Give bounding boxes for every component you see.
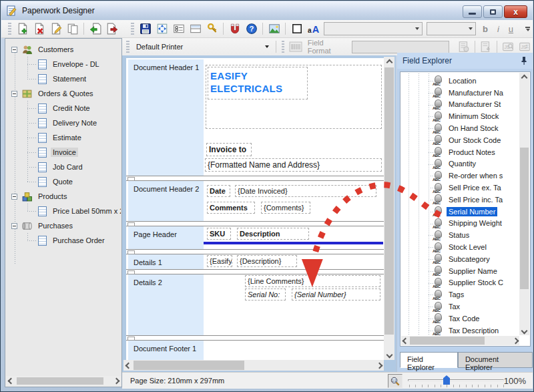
sidebar-item-delivery-note[interactable]: Delivery Note [6, 116, 121, 130]
toolbar-grip[interactable] [131, 23, 134, 35]
fit-page-button[interactable] [154, 21, 170, 37]
logo-text[interactable]: EASIFYELECTRICALS [208, 67, 308, 100]
scroll-down-icon[interactable] [521, 327, 527, 334]
key-button[interactable] [204, 21, 220, 37]
scroll-left-icon[interactable] [402, 337, 409, 344]
sidebar-item-job-card[interactable]: Job Card [6, 160, 121, 174]
zoom-reset-button[interactable]: 1:1 [388, 374, 403, 388]
section-document-footer-1[interactable]: Document Footer 1 [128, 341, 384, 362]
sidebar-item-invoice[interactable]: Invoice [6, 145, 121, 160]
scroll-down-icon[interactable] [386, 351, 392, 358]
scroll-left-icon[interactable] [125, 362, 131, 369]
serial-no-label[interactable]: Serial No: [245, 288, 286, 301]
section-divider[interactable] [126, 335, 384, 341]
scroll-left-icon[interactable] [7, 377, 14, 384]
tree-horizontal-scrollbar[interactable] [6, 376, 121, 386]
field-item-re-order-when-s[interactable]: ABCRe-order when s [400, 170, 519, 182]
sidebar-item-credit-note[interactable]: Credit Note [6, 101, 121, 116]
section-divider[interactable] [126, 269, 384, 274]
field-item-on-hand-stock[interactable]: ABCOn Hand Stock [400, 122, 519, 134]
toolbar-grip[interactable] [8, 23, 11, 35]
maximize-button[interactable] [483, 5, 503, 18]
field-item-manufacturer-na[interactable]: ABCManufacturer Na [400, 87, 519, 99]
field-item-status[interactable]: ABCStatus [400, 229, 519, 241]
toolbar-overflow-button[interactable] [525, 27, 530, 31]
scroll-right-icon[interactable] [113, 377, 119, 384]
date-label[interactable]: Date [207, 185, 230, 197]
section-divider[interactable] [126, 176, 384, 181]
sidebar-item-purchase-order[interactable]: Purchase Order [6, 233, 121, 248]
save-button[interactable] [137, 21, 154, 37]
field-item-stock-level[interactable]: ABCStock Level [400, 241, 519, 253]
expand-toggle-icon[interactable] [11, 194, 17, 200]
field-item-quantity[interactable]: ABCQuantity [400, 158, 519, 170]
barcode-format-button[interactable] [287, 39, 303, 55]
import-button[interactable] [87, 21, 103, 37]
pin-icon[interactable] [521, 56, 527, 65]
comments-label[interactable]: Comments [207, 202, 255, 214]
field-item-tax[interactable]: ABCTax [400, 301, 519, 313]
insert-text-button[interactable]: aA [305, 21, 322, 37]
line-comments-field[interactable]: {Line Comments} [245, 275, 380, 287]
sidebar-item-statement[interactable]: Statement [6, 71, 121, 86]
description-header-label[interactable]: Description [237, 228, 309, 240]
insert-rectangle-button[interactable] [288, 21, 305, 37]
sidebar-item-quote[interactable]: Quote [6, 174, 121, 189]
sidebar-item-estimate[interactable]: Estimate [6, 130, 121, 145]
field-item-tags[interactable]: ABCTags [400, 288, 519, 301]
sidebar-group-orders-quotes[interactable]: Orders & Quotes [6, 86, 121, 101]
scrollbar-thumb[interactable] [384, 67, 394, 335]
scroll-right-icon[interactable] [376, 362, 382, 369]
field-item-supplier-name[interactable]: ABCSupplier Name [400, 265, 519, 277]
serial-number-field[interactable]: {Serial Number} [292, 288, 380, 301]
field-item-supplier-stock-c[interactable]: ABCSupplier Stock C [400, 277, 519, 289]
sku-field[interactable]: {Easify [207, 255, 232, 267]
field-item-subcategory[interactable]: ABCSubcategory [400, 253, 519, 265]
scrollbar-thumb[interactable] [134, 361, 244, 370]
field-item-product-notes[interactable]: ABCProduct Notes [400, 146, 519, 158]
comments-field[interactable]: {Comments} [261, 202, 310, 214]
field-item-serial-number[interactable]: ABCSerial Number [400, 206, 519, 218]
scrollbar-thumb[interactable] [410, 337, 485, 345]
section-document-header-2[interactable]: Document Header 2 Date {Date Invoiced} C… [128, 181, 384, 221]
section-details-1[interactable]: Details 1 {Easify {Description} [128, 254, 384, 269]
tab-field-explorer[interactable]: Field Explorer [400, 352, 458, 368]
zoom-slider-track[interactable] [408, 379, 504, 381]
italic-button[interactable]: i [497, 24, 499, 34]
header-rule-line[interactable] [204, 242, 383, 244]
sidebar-group-products[interactable]: Products [6, 189, 121, 204]
field-item-minimum-stock[interactable]: ABCMinimum Stock [400, 110, 519, 122]
expand-toggle-icon[interactable] [11, 91, 17, 97]
description-field[interactable]: {Description} [237, 255, 297, 267]
field-item-manufacturer-st[interactable]: ABCManufacturer St [400, 99, 519, 111]
expand-toggle-icon[interactable] [11, 223, 17, 229]
field-item-our-stock-code[interactable]: ABCOur Stock Code [400, 134, 519, 146]
toolbar-grip[interactable] [282, 41, 285, 53]
insert-image-button[interactable] [266, 21, 282, 37]
font-size-combo[interactable] [427, 22, 476, 35]
field-item-shipping-weight[interactable]: ABCShipping Weight [400, 218, 519, 230]
address-field[interactable]: {Formatted Name and Address} [205, 158, 382, 172]
close-button[interactable]: x [504, 5, 527, 18]
properties-button[interactable] [170, 21, 187, 37]
section-document-header-1[interactable]: Document Header 1 EASIFYELECTRICALS Invo… [128, 59, 384, 176]
font-name-combo[interactable] [324, 22, 423, 35]
field-item-sell-price-ex-ta[interactable]: ABCSell Price ex. Ta [400, 182, 519, 194]
scroll-up-icon[interactable] [521, 74, 527, 81]
tab-document-explorer[interactable]: Document Explorer [458, 352, 533, 368]
section-divider[interactable] [126, 221, 384, 226]
canvas-horizontal-scrollbar[interactable] [123, 360, 384, 371]
printer-select[interactable]: Default Printer [132, 43, 273, 51]
zoom-slider-thumb[interactable] [443, 375, 450, 385]
bold-button[interactable]: b [483, 24, 488, 34]
section-layout-button[interactable] [187, 21, 204, 37]
edit-document-button[interactable] [47, 21, 64, 37]
field-item-sell-price-inc-ta[interactable]: ABCSell Price inc. Ta [400, 194, 519, 206]
sidebar-item-price-label-50mm-x-2[interactable]: Price Label 50mm x 2 [6, 204, 121, 218]
underline-button[interactable]: u [509, 24, 513, 34]
canvas-vertical-scrollbar[interactable] [384, 57, 394, 360]
scroll-up-icon[interactable] [386, 59, 392, 65]
sidebar-group-customers[interactable]: Customers [6, 42, 121, 57]
section-details-2[interactable]: Details 2 {Line Comments} Serial No: {Se… [128, 274, 384, 335]
scroll-right-icon[interactable] [512, 337, 519, 344]
